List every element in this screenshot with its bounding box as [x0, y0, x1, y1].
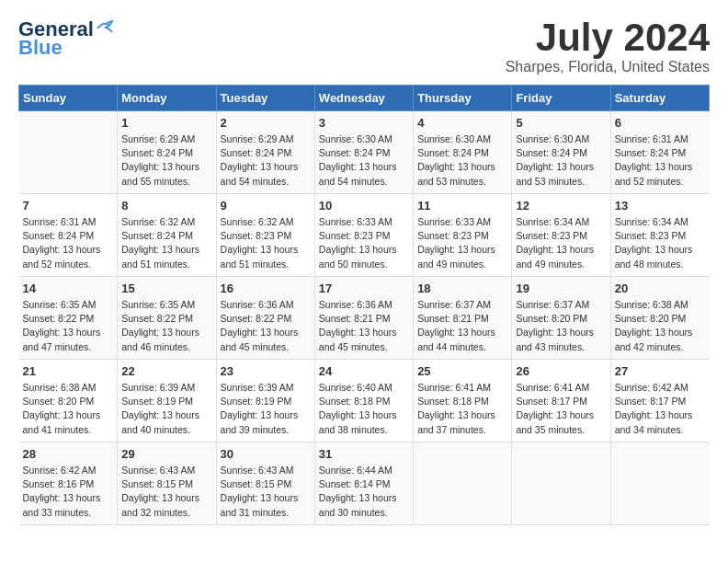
day-info: Sunrise: 6:39 AM Sunset: 8:19 PM Dayligh… — [221, 381, 311, 437]
header-saturday: Saturday — [610, 86, 709, 111]
day-info: Sunrise: 6:41 AM Sunset: 8:18 PM Dayligh… — [417, 381, 507, 437]
day-number: 26 — [516, 364, 606, 378]
logo-blue: Blue — [18, 37, 63, 59]
day-number: 3 — [319, 116, 409, 130]
week-row-2: 7Sunrise: 6:31 AM Sunset: 8:24 PM Daylig… — [19, 194, 710, 277]
day-number: 27 — [615, 364, 706, 378]
day-info: Sunrise: 6:35 AM Sunset: 8:22 PM Dayligh… — [23, 298, 114, 354]
calendar-cell: 13Sunrise: 6:34 AM Sunset: 8:23 PM Dayli… — [610, 194, 709, 277]
calendar-body: 1Sunrise: 6:29 AM Sunset: 8:24 PM Daylig… — [19, 111, 710, 525]
calendar-cell: 30Sunrise: 6:43 AM Sunset: 8:15 PM Dayli… — [216, 442, 314, 525]
calendar-table: SundayMondayTuesdayWednesdayThursdayFrid… — [18, 85, 710, 525]
day-info: Sunrise: 6:42 AM Sunset: 8:17 PM Dayligh… — [615, 381, 706, 437]
calendar-cell: 5Sunrise: 6:30 AM Sunset: 8:24 PM Daylig… — [512, 111, 610, 194]
week-row-5: 28Sunrise: 6:42 AM Sunset: 8:16 PM Dayli… — [19, 442, 710, 525]
header-thursday: Thursday — [414, 86, 512, 111]
calendar-cell: 25Sunrise: 6:41 AM Sunset: 8:18 PM Dayli… — [414, 360, 512, 442]
header-monday: Monday — [118, 86, 216, 111]
calendar-cell: 10Sunrise: 6:33 AM Sunset: 8:23 PM Dayli… — [314, 194, 413, 277]
week-row-4: 21Sunrise: 6:38 AM Sunset: 8:20 PM Dayli… — [19, 360, 710, 442]
calendar-cell: 16Sunrise: 6:36 AM Sunset: 8:22 PM Dayli… — [216, 277, 314, 360]
calendar-cell: 4Sunrise: 6:30 AM Sunset: 8:24 PM Daylig… — [414, 111, 512, 194]
month-title: July 2024 — [506, 18, 710, 57]
calendar-cell: 9Sunrise: 6:32 AM Sunset: 8:23 PM Daylig… — [216, 194, 314, 277]
header: General Blue July 2024 Sharpes, Florida,… — [18, 18, 710, 75]
calendar-cell: 11Sunrise: 6:33 AM Sunset: 8:23 PM Dayli… — [414, 194, 512, 277]
day-info: Sunrise: 6:42 AM Sunset: 8:16 PM Dayligh… — [23, 464, 114, 520]
calendar-cell: 1Sunrise: 6:29 AM Sunset: 8:24 PM Daylig… — [118, 111, 216, 194]
day-number: 29 — [121, 447, 211, 461]
header-friday: Friday — [512, 86, 610, 111]
day-info: Sunrise: 6:36 AM Sunset: 8:21 PM Dayligh… — [319, 298, 409, 354]
day-number: 21 — [23, 364, 114, 378]
day-number: 10 — [319, 199, 409, 213]
day-info: Sunrise: 6:34 AM Sunset: 8:23 PM Dayligh… — [615, 215, 706, 271]
header-sunday: Sunday — [19, 86, 118, 111]
calendar-cell: 7Sunrise: 6:31 AM Sunset: 8:24 PM Daylig… — [19, 194, 118, 277]
calendar-cell — [610, 442, 709, 525]
header-row: SundayMondayTuesdayWednesdayThursdayFrid… — [19, 86, 710, 111]
day-info: Sunrise: 6:43 AM Sunset: 8:15 PM Dayligh… — [221, 464, 311, 520]
day-number: 20 — [615, 282, 706, 295]
location-title: Sharpes, Florida, United States — [506, 59, 710, 75]
header-tuesday: Tuesday — [216, 86, 314, 111]
week-row-1: 1Sunrise: 6:29 AM Sunset: 8:24 PM Daylig… — [19, 111, 710, 194]
calendar-cell: 17Sunrise: 6:36 AM Sunset: 8:21 PM Dayli… — [314, 277, 413, 360]
day-info: Sunrise: 6:32 AM Sunset: 8:24 PM Dayligh… — [121, 215, 211, 271]
header-wednesday: Wednesday — [314, 86, 413, 111]
calendar-cell — [414, 442, 512, 525]
day-info: Sunrise: 6:30 AM Sunset: 8:24 PM Dayligh… — [516, 132, 606, 189]
day-number: 17 — [319, 282, 409, 295]
day-number: 24 — [319, 364, 409, 378]
calendar-cell: 2Sunrise: 6:29 AM Sunset: 8:24 PM Daylig… — [216, 111, 314, 194]
day-number: 7 — [23, 199, 114, 213]
day-info: Sunrise: 6:35 AM Sunset: 8:22 PM Dayligh… — [121, 298, 211, 354]
day-number: 15 — [121, 282, 211, 295]
calendar-cell: 28Sunrise: 6:42 AM Sunset: 8:16 PM Dayli… — [19, 442, 118, 525]
calendar-cell: 3Sunrise: 6:30 AM Sunset: 8:24 PM Daylig… — [314, 111, 413, 194]
calendar-cell: 29Sunrise: 6:43 AM Sunset: 8:15 PM Dayli… — [118, 442, 216, 525]
day-info: Sunrise: 6:33 AM Sunset: 8:23 PM Dayligh… — [319, 215, 409, 271]
calendar-cell: 8Sunrise: 6:32 AM Sunset: 8:24 PM Daylig… — [118, 194, 216, 277]
calendar-cell: 22Sunrise: 6:39 AM Sunset: 8:19 PM Dayli… — [118, 360, 216, 442]
day-info: Sunrise: 6:31 AM Sunset: 8:24 PM Dayligh… — [23, 215, 114, 271]
calendar-cell: 26Sunrise: 6:41 AM Sunset: 8:17 PM Dayli… — [512, 360, 610, 442]
day-number: 6 — [615, 116, 706, 130]
calendar-cell: 6Sunrise: 6:31 AM Sunset: 8:24 PM Daylig… — [610, 111, 709, 194]
day-info: Sunrise: 6:36 AM Sunset: 8:22 PM Dayligh… — [221, 298, 311, 354]
day-number: 30 — [221, 447, 311, 461]
day-number: 23 — [221, 364, 311, 378]
calendar-cell: 31Sunrise: 6:44 AM Sunset: 8:14 PM Dayli… — [314, 442, 413, 525]
calendar-cell: 15Sunrise: 6:35 AM Sunset: 8:22 PM Dayli… — [118, 277, 216, 360]
day-number: 19 — [516, 282, 606, 295]
logo-bird-icon — [96, 19, 116, 36]
day-number: 18 — [417, 282, 507, 295]
calendar-cell: 21Sunrise: 6:38 AM Sunset: 8:20 PM Dayli… — [19, 360, 118, 442]
calendar-cell: 23Sunrise: 6:39 AM Sunset: 8:19 PM Dayli… — [216, 360, 314, 442]
calendar-cell: 19Sunrise: 6:37 AM Sunset: 8:20 PM Dayli… — [512, 277, 610, 360]
calendar-header: SundayMondayTuesdayWednesdayThursdayFrid… — [19, 86, 710, 111]
day-info: Sunrise: 6:32 AM Sunset: 8:23 PM Dayligh… — [221, 215, 311, 271]
calendar-cell: 20Sunrise: 6:38 AM Sunset: 8:20 PM Dayli… — [610, 277, 709, 360]
day-info: Sunrise: 6:40 AM Sunset: 8:18 PM Dayligh… — [319, 381, 409, 437]
day-info: Sunrise: 6:41 AM Sunset: 8:17 PM Dayligh… — [516, 381, 606, 437]
calendar-cell: 18Sunrise: 6:37 AM Sunset: 8:21 PM Dayli… — [414, 277, 512, 360]
day-number: 14 — [23, 282, 114, 295]
calendar-cell: 14Sunrise: 6:35 AM Sunset: 8:22 PM Dayli… — [19, 277, 118, 360]
day-info: Sunrise: 6:31 AM Sunset: 8:24 PM Dayligh… — [615, 132, 706, 189]
day-info: Sunrise: 6:34 AM Sunset: 8:23 PM Dayligh… — [516, 215, 606, 271]
calendar-cell: 27Sunrise: 6:42 AM Sunset: 8:17 PM Dayli… — [610, 360, 709, 442]
day-number: 2 — [221, 116, 311, 130]
calendar-cell: 12Sunrise: 6:34 AM Sunset: 8:23 PM Dayli… — [512, 194, 610, 277]
day-info: Sunrise: 6:33 AM Sunset: 8:23 PM Dayligh… — [417, 215, 507, 271]
day-number: 13 — [615, 199, 706, 213]
day-number: 12 — [516, 199, 606, 213]
day-info: Sunrise: 6:44 AM Sunset: 8:14 PM Dayligh… — [319, 464, 409, 520]
day-info: Sunrise: 6:30 AM Sunset: 8:24 PM Dayligh… — [319, 132, 409, 189]
day-number: 16 — [221, 282, 311, 295]
day-info: Sunrise: 6:38 AM Sunset: 8:20 PM Dayligh… — [615, 298, 706, 354]
calendar-cell — [512, 442, 610, 525]
day-info: Sunrise: 6:37 AM Sunset: 8:20 PM Dayligh… — [516, 298, 606, 354]
day-number: 4 — [417, 116, 507, 130]
day-info: Sunrise: 6:38 AM Sunset: 8:20 PM Dayligh… — [23, 381, 114, 437]
